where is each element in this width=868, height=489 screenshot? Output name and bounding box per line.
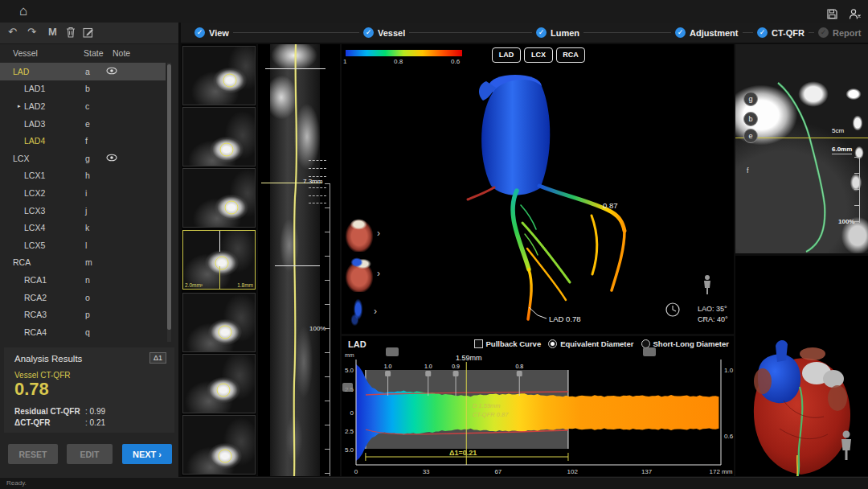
qfr-marker-pin[interactable] <box>385 371 391 376</box>
ruler-tick <box>325 232 330 232</box>
vessel-table-header: Vessel State Note <box>0 45 178 63</box>
scrollbar-thumb[interactable] <box>167 64 171 330</box>
measure-mode-icon[interactable]: M <box>48 26 57 38</box>
qfr-marker-pin[interactable] <box>453 371 459 376</box>
branch-tick-marks <box>309 176 326 177</box>
qfr-marker-pin[interactable] <box>425 371 431 376</box>
eye-icon[interactable] <box>106 154 117 163</box>
colorbar-tick-1: 1 <box>343 58 346 65</box>
vessel-row-lad[interactable]: LADa <box>0 63 166 80</box>
diameter-scale-handle[interactable] <box>342 383 353 392</box>
check-icon: ✓ <box>194 27 205 38</box>
cpr-ruler-tick <box>854 221 859 222</box>
lumen-contour <box>219 450 232 463</box>
ruler-tick <box>325 304 330 305</box>
qfr-marker-pin[interactable] <box>517 371 522 376</box>
reset-button[interactable]: RESET <box>8 444 58 464</box>
distal-marker-line[interactable] <box>275 265 320 266</box>
vessel-row-lad1[interactable]: LAD1b <box>0 80 166 98</box>
cpr-scale-label: 5cm <box>832 127 844 134</box>
cpr-ruler-tick <box>854 173 859 174</box>
tab-report[interactable]: ✓Report <box>814 26 865 39</box>
chevron-right-icon[interactable]: › <box>377 228 380 239</box>
vessel-row-lcx1[interactable]: LCX1h <box>0 167 166 185</box>
tab-label: Report <box>833 28 861 38</box>
pullback-range-handle-left[interactable] <box>386 347 399 356</box>
view-preset-tree[interactable] <box>344 294 370 330</box>
next-button[interactable]: NEXT › <box>122 444 172 464</box>
expand-bullet-icon[interactable]: ▸ <box>18 103 21 109</box>
tab-view[interactable]: ✓View <box>190 26 233 39</box>
cross-section-tile[interactable] <box>182 107 256 166</box>
cpr-badge-g[interactable]: g <box>743 92 758 106</box>
vessel-row-lcx4[interactable]: LCX4k <box>0 219 166 236</box>
vessel-row-lcx2[interactable]: LCX2i <box>0 184 166 202</box>
pullback-chart[interactable]: 1.01.00.90.8 1.59mm D 1.59mmCT-QFR 0.87Δ… <box>342 336 734 476</box>
tab-ctqfr[interactable]: ✓CT-QFR <box>753 26 809 39</box>
cross-section-column[interactable]: 2.0mm²1.8mmgbcef <box>182 44 256 476</box>
heart-3d-view[interactable] <box>735 256 868 476</box>
pullback-range-handle-right[interactable] <box>643 347 656 356</box>
home-icon[interactable]: ⌂ <box>19 0 27 23</box>
vessel-row-lad4[interactable]: LAD4f <box>0 132 166 150</box>
tab-adjustment[interactable]: ✓Adjustment <box>671 26 743 39</box>
check-icon: ✓ <box>675 27 686 38</box>
cpr-view[interactable]: gbe f 5cm 6.0mm 100% <box>735 44 868 253</box>
proximal-marker-line[interactable] <box>265 68 326 69</box>
cross-section-tile[interactable] <box>182 46 256 105</box>
cross-section-tile[interactable] <box>182 168 256 228</box>
vessel-row-lad2[interactable]: ▸LAD2c <box>0 97 166 115</box>
title-bar: ⌂ <box>0 0 868 23</box>
chevron-right-icon[interactable]: › <box>374 306 377 317</box>
x-axis-tick: 67 <box>494 468 502 475</box>
cpr-badge-e[interactable]: e <box>743 129 758 143</box>
tab-vessel[interactable]: ✓Vessel <box>359 26 409 39</box>
vessel-name: RCA3 <box>24 310 47 319</box>
straightened-vessel-view[interactable]: 7.3mm 100% <box>258 44 340 476</box>
ruler-tick <box>325 473 330 474</box>
vessel-row-lcx3[interactable]: LCX3j <box>0 202 166 220</box>
cross-section-tile[interactable]: 2.0mm²1.8mm <box>182 230 256 290</box>
vessel-name: LCX <box>13 154 29 163</box>
vessel-row-rca4[interactable]: RCA4q <box>0 323 166 341</box>
vessel-name: LCX1 <box>24 171 45 180</box>
cross-section-tile[interactable] <box>182 415 256 475</box>
viewer-3d[interactable]: LAD 0.78 0.87 1 0.8 0.6 LADLCXRCA › › › … <box>342 44 734 334</box>
vessel-row-lcx[interactable]: LCXg <box>0 150 166 167</box>
y-left-tick: 5.0 <box>345 367 354 374</box>
vessel-state: a <box>85 67 90 76</box>
chevron-right-icon[interactable]: › <box>377 268 380 279</box>
cpr-diameter-label: 6.0mm <box>832 146 852 154</box>
vessel-state: k <box>85 223 89 232</box>
undo-icon[interactable]: ↶ <box>8 26 17 38</box>
view-preset-heart-2[interactable] <box>344 255 375 292</box>
vessel-row-lad3[interactable]: LAD3e <box>0 115 166 133</box>
vessel-state: h <box>85 171 90 180</box>
lesion-qfr-annotation: CT-QFR 0.87 <box>473 411 509 418</box>
eye-icon[interactable] <box>106 67 117 76</box>
vessel-toggle-rca[interactable]: RCA <box>556 47 585 63</box>
vessel-row-rca[interactable]: RCAm <box>0 254 166 272</box>
cross-section-tile[interactable] <box>182 354 256 413</box>
view-preset-heart-1[interactable] <box>344 215 375 252</box>
vessel-name: LAD <box>13 67 29 76</box>
vessel-toggle-lad[interactable]: LAD <box>492 47 521 63</box>
trash-icon[interactable] <box>66 27 76 40</box>
vessel-row-rca2[interactable]: RCA2o <box>0 289 166 306</box>
cross-section-tile[interactable] <box>182 293 256 352</box>
vessel-toggle-lcx[interactable]: LCX <box>524 47 553 63</box>
coronary-tree-render: LAD 0.78 0.87 <box>342 44 734 334</box>
qfr-marker-value: 0.9 <box>452 364 460 369</box>
vessel-row-rca3[interactable]: RCA3p <box>0 306 166 323</box>
cpr-badge-b[interactable]: b <box>743 112 758 126</box>
rotation-clock-icon[interactable] <box>666 303 679 316</box>
vessel-row-rca1[interactable]: RCA1n <box>0 271 166 289</box>
delta-ctqfr-label: ΔCT-QFR <box>14 418 85 427</box>
ruler-tick <box>325 208 330 208</box>
vessel-name: LAD1 <box>24 84 45 93</box>
vessel-row-lcx5[interactable]: LCX5l <box>0 236 166 254</box>
edit-button[interactable]: EDIT <box>67 444 113 464</box>
edit-note-icon[interactable] <box>83 27 94 40</box>
redo-icon[interactable]: ↷ <box>27 26 36 38</box>
tab-lumen[interactable]: ✓Lumen <box>532 26 583 39</box>
